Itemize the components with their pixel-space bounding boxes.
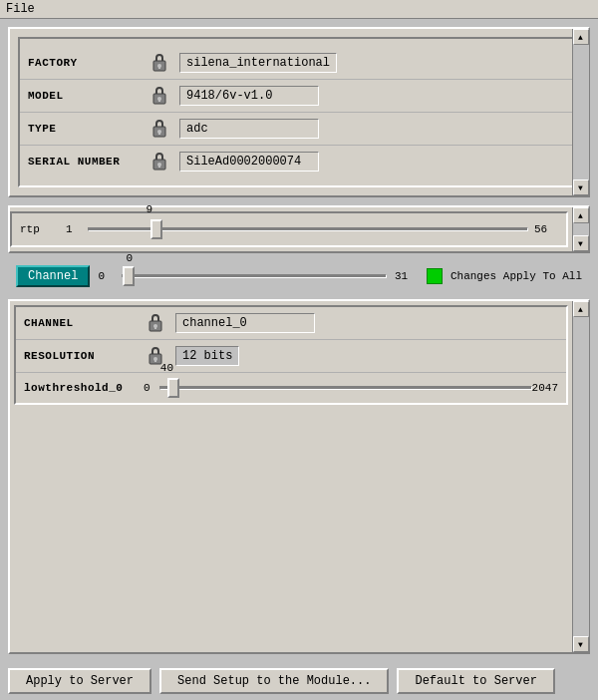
bottom-field-label-1: RESOLUTION bbox=[24, 350, 144, 362]
bottom-scroll-down[interactable]: ▼ bbox=[573, 636, 589, 652]
channel-min: 0 bbox=[98, 270, 114, 282]
lowthreshold-label: lowthreshold_0 bbox=[24, 382, 144, 394]
lowthreshold-value-label: 40 bbox=[160, 362, 173, 374]
rtp-panel-inner: rtp 1 9 56 bbox=[10, 211, 568, 247]
factory-field-label-1: MODEL bbox=[28, 90, 148, 102]
factory-field-value-3: SileAd0002000074 bbox=[179, 152, 319, 172]
rtp-scroll-track bbox=[573, 223, 589, 235]
factory-field-label-2: TYPE bbox=[28, 123, 148, 135]
main-content: FACTORY silena_international MODEL 9418/… bbox=[0, 19, 598, 662]
bottom-field-row-0: CHANNEL channel_0 bbox=[16, 307, 566, 340]
scroll-down-btn[interactable]: ▼ bbox=[573, 179, 589, 195]
svg-rect-2 bbox=[158, 66, 160, 69]
default-server-button[interactable]: Default to Server bbox=[397, 668, 554, 694]
bottom-lock-icon-0 bbox=[144, 311, 167, 335]
rtp-min: 1 bbox=[66, 223, 82, 235]
factory-field-row-3: SERIAL NUMBER SileAd0002000074 bbox=[20, 146, 578, 177]
bottom-field-value-0: channel_0 bbox=[175, 313, 315, 333]
bottom-panel: CHANNEL channel_0 RESOLUTION 12 bits low… bbox=[8, 299, 590, 654]
lowthreshold-slider-container: 40 bbox=[159, 378, 532, 398]
rtp-scrollbar[interactable]: ▲ ▼ bbox=[572, 207, 588, 251]
svg-rect-11 bbox=[158, 165, 160, 168]
factory-field-value-2: adc bbox=[179, 119, 319, 139]
changes-label: Changes Apply To All bbox=[450, 270, 582, 282]
lock-icon-0 bbox=[148, 51, 171, 75]
lowthreshold-min: 0 bbox=[144, 382, 159, 394]
channel-thumb[interactable] bbox=[123, 266, 135, 286]
factory-field-label-3: SERIAL NUMBER bbox=[28, 156, 148, 168]
channel-max: 31 bbox=[395, 270, 419, 282]
svg-rect-17 bbox=[154, 359, 156, 362]
channel-bar: Channel 0 0 31 Changes Apply To All bbox=[8, 261, 590, 291]
bottom-scrollbar[interactable]: ▲ ▼ bbox=[572, 301, 588, 652]
factory-field-value-1: 9418/6v-v1.0 bbox=[179, 86, 319, 106]
lowthreshold-track bbox=[159, 386, 532, 390]
lock-icon-3 bbox=[148, 150, 171, 174]
green-indicator bbox=[427, 268, 443, 284]
rtp-thumb[interactable] bbox=[150, 219, 162, 239]
lock-icon-1 bbox=[148, 84, 171, 108]
channel-button[interactable]: Channel bbox=[16, 265, 90, 287]
send-setup-button[interactable]: Send Setup to the Module... bbox=[159, 668, 389, 694]
lowthreshold-max: 2047 bbox=[532, 382, 558, 394]
factory-panel: FACTORY silena_international MODEL 9418/… bbox=[8, 27, 590, 197]
footer: Apply to Server Send Setup to the Module… bbox=[0, 662, 598, 700]
factory-field-row-2: TYPE adc bbox=[20, 113, 578, 146]
menu-bar: File bbox=[0, 0, 598, 19]
svg-rect-5 bbox=[158, 99, 160, 102]
factory-field-value-0: silena_international bbox=[179, 53, 337, 73]
lowthreshold-row: lowthreshold_0 0 40 2047 bbox=[16, 373, 566, 403]
rtp-scroll-down[interactable]: ▼ bbox=[573, 235, 589, 251]
scroll-up-btn[interactable]: ▲ bbox=[573, 29, 589, 45]
rtp-panel: rtp 1 9 56 ▲ ▼ bbox=[8, 205, 590, 253]
bottom-field-value-1: 12 bits bbox=[175, 346, 239, 366]
channel-track bbox=[122, 274, 387, 278]
rtp-label: rtp bbox=[20, 223, 60, 235]
channel-slider-container: 0 bbox=[122, 266, 387, 286]
lowthreshold-thumb[interactable] bbox=[167, 378, 179, 398]
factory-field-row-0: FACTORY silena_international bbox=[20, 47, 578, 80]
svg-rect-14 bbox=[154, 326, 156, 329]
file-menu[interactable]: File bbox=[6, 2, 35, 16]
bottom-scroll-up[interactable]: ▲ bbox=[573, 301, 589, 317]
bottom-field-label-0: CHANNEL bbox=[24, 317, 144, 329]
bottom-panel-inner: CHANNEL channel_0 RESOLUTION 12 bits low… bbox=[14, 305, 568, 405]
lock-icon-2 bbox=[148, 117, 171, 141]
scroll-track bbox=[573, 45, 589, 179]
factory-field-label-0: FACTORY bbox=[28, 57, 148, 69]
rtp-slider-row: rtp 1 9 56 bbox=[20, 219, 558, 239]
rtp-value-label: 9 bbox=[147, 203, 153, 215]
apply-server-button[interactable]: Apply to Server bbox=[8, 668, 151, 694]
channel-value-label: 0 bbox=[126, 252, 133, 264]
svg-rect-8 bbox=[158, 132, 160, 135]
rtp-track bbox=[88, 227, 528, 231]
bottom-field-row-1: RESOLUTION 12 bits bbox=[16, 340, 566, 373]
rtp-slider-container: 9 bbox=[88, 219, 528, 239]
rtp-max: 56 bbox=[534, 223, 558, 235]
factory-scrollbar[interactable]: ▲ ▼ bbox=[572, 29, 588, 195]
bottom-scroll-track bbox=[573, 317, 589, 636]
factory-field-row-1: MODEL 9418/6v-v1.0 bbox=[20, 80, 578, 113]
factory-panel-inner: FACTORY silena_international MODEL 9418/… bbox=[18, 37, 580, 187]
rtp-scroll-up[interactable]: ▲ bbox=[573, 207, 589, 223]
